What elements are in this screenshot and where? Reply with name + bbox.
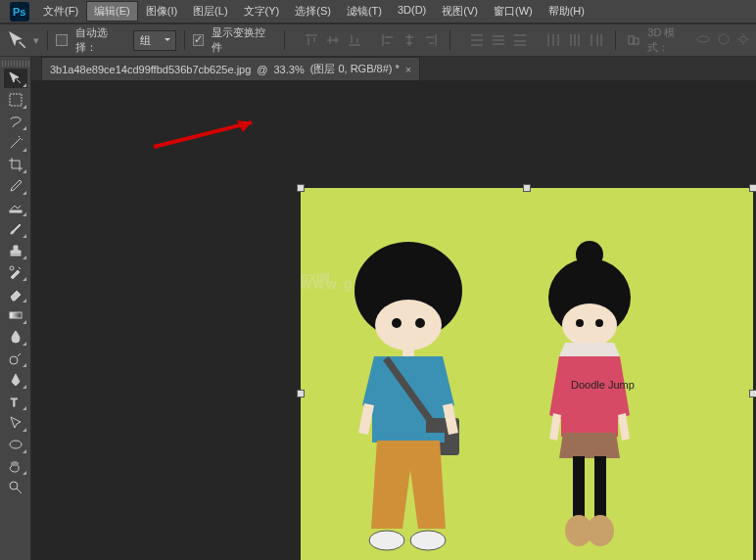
- show-transform-checkbox[interactable]: [193, 34, 204, 46]
- move-tool[interactable]: [4, 69, 27, 88]
- dist-bottom-icon[interactable]: [509, 29, 531, 51]
- dist-right-icon[interactable]: [586, 29, 607, 51]
- svg-point-26: [410, 531, 446, 550]
- orbit-icon[interactable]: [695, 32, 711, 48]
- move-tool-preset[interactable]: [6, 29, 29, 51]
- svg-rect-22: [402, 345, 414, 356]
- menu-3d[interactable]: 3D(D): [390, 1, 434, 22]
- distribute-group-1: [466, 29, 531, 51]
- dodge-tool[interactable]: [4, 349, 27, 368]
- svg-rect-33: [573, 456, 585, 519]
- svg-point-25: [369, 531, 404, 550]
- illustration-girl: Doodle Jump: [526, 237, 653, 560]
- svg-point-31: [595, 319, 603, 327]
- svg-point-19: [375, 300, 442, 350]
- menu-window[interactable]: 窗口(W): [486, 1, 541, 22]
- dist-left-icon[interactable]: [543, 29, 564, 51]
- 3d-mode-group: 3D 模式：: [647, 25, 750, 55]
- align-bottom-icon[interactable]: [344, 29, 365, 51]
- marquee-tool[interactable]: [4, 90, 27, 110]
- svg-rect-7: [10, 94, 22, 106]
- align-top-icon[interactable]: [301, 29, 322, 51]
- options-bar: ▾ 自动选择： 组 显示变换控件 3D 模式：: [0, 23, 756, 57]
- align-hcenter-icon[interactable]: [399, 29, 420, 51]
- svg-point-14: [10, 441, 22, 448]
- blur-tool[interactable]: [4, 327, 27, 347]
- svg-rect-9: [11, 255, 21, 256]
- svg-line-16: [154, 122, 252, 147]
- document-area: 3b1a48e89ce14cd99ffbd536b7cb625e.jpg @ 3…: [31, 57, 756, 560]
- tab-zoom: 33.3%: [274, 64, 305, 75]
- dist-hcenter-icon[interactable]: [564, 29, 586, 51]
- menu-filter[interactable]: 滤镜(T): [339, 1, 390, 22]
- align-right-icon[interactable]: [420, 29, 442, 51]
- menu-help[interactable]: 帮助(H): [541, 1, 592, 22]
- illustration-boy: [330, 237, 487, 560]
- light-icon[interactable]: [736, 32, 750, 48]
- menubar: Ps 文件(F) 编辑(E) 图像(I) 图层(L) 文字(Y) 选择(S) 滤…: [0, 0, 756, 23]
- menu-type[interactable]: 文字(Y): [236, 1, 288, 22]
- transform-handle-mr[interactable]: [749, 390, 756, 397]
- svg-point-5: [719, 34, 729, 44]
- svg-rect-11: [10, 312, 22, 318]
- transform-handle-tc[interactable]: [523, 184, 531, 192]
- brush-tool[interactable]: [4, 219, 27, 239]
- transform-handle-ml[interactable]: [297, 390, 305, 397]
- svg-point-29: [562, 303, 617, 347]
- show-transform-label: 显示变换控件: [212, 25, 272, 55]
- shape-tool[interactable]: [4, 435, 27, 454]
- svg-point-12: [10, 356, 18, 364]
- auto-select-dropdown[interactable]: 组: [133, 30, 176, 51]
- svg-marker-17: [237, 120, 252, 132]
- gradient-tool[interactable]: [4, 305, 27, 325]
- lasso-tool[interactable]: [4, 112, 27, 131]
- dist-vcenter-icon[interactable]: [488, 29, 509, 51]
- svg-point-4: [697, 36, 709, 42]
- hand-tool[interactable]: [4, 456, 27, 476]
- panel-grip[interactable]: [2, 61, 29, 67]
- transform-handle-tl[interactable]: [297, 184, 305, 192]
- pan-icon[interactable]: [717, 32, 731, 48]
- tab-close-icon[interactable]: ×: [405, 64, 411, 75]
- wand-tool[interactable]: [4, 133, 27, 153]
- document-tab[interactable]: 3b1a48e89ce14cd99ffbd536b7cb625e.jpg @ 3…: [41, 57, 420, 80]
- auto-align-icon[interactable]: [624, 29, 644, 51]
- align-vcenter-icon[interactable]: [322, 29, 344, 51]
- align-left-icon[interactable]: [377, 29, 399, 51]
- transform-handle-tr[interactable]: [749, 184, 756, 192]
- distribute-group-2: [543, 29, 607, 51]
- zoom-tool[interactable]: [4, 478, 27, 497]
- svg-point-20: [392, 318, 402, 328]
- path-select-tool[interactable]: [4, 413, 27, 433]
- eyedropper-tool[interactable]: [4, 176, 27, 196]
- svg-rect-3: [634, 38, 638, 44]
- dist-top-icon[interactable]: [466, 29, 488, 51]
- svg-rect-2: [629, 36, 634, 44]
- canvas-artboard[interactable]: GXI网 www.gxi.com: [301, 188, 753, 560]
- tab-filename: 3b1a48e89ce14cd99ffbd536b7cb625e.jpg: [50, 64, 251, 75]
- history-brush-tool[interactable]: [4, 262, 27, 282]
- auto-select-checkbox[interactable]: [56, 34, 67, 46]
- svg-point-36: [587, 515, 614, 546]
- auto-select-label: 自动选择：: [75, 25, 125, 55]
- app-logo: Ps: [10, 2, 29, 22]
- type-tool[interactable]: T: [4, 392, 27, 411]
- crop-tool[interactable]: [4, 155, 27, 174]
- svg-text:Ps: Ps: [13, 6, 25, 18]
- menu-edit[interactable]: 编辑(E): [86, 1, 138, 22]
- heal-tool[interactable]: [4, 198, 27, 217]
- eraser-tool[interactable]: [4, 284, 27, 303]
- menu-file[interactable]: 文件(F): [35, 1, 86, 22]
- stamp-tool[interactable]: [4, 241, 27, 260]
- canvas-area[interactable]: GXI网 www.gxi.com: [31, 80, 756, 560]
- workspace: T 3b1a48e89ce14cd99ffbd536b7cb625e.jpg @…: [0, 57, 756, 560]
- svg-point-21: [415, 318, 425, 328]
- pen-tool[interactable]: [4, 370, 27, 390]
- svg-point-10: [10, 266, 14, 270]
- menu-image[interactable]: 图像(I): [138, 1, 185, 22]
- tool-panel: T: [0, 57, 31, 560]
- menu-view[interactable]: 视图(V): [434, 1, 486, 22]
- svg-point-6: [740, 36, 746, 42]
- menu-select[interactable]: 选择(S): [287, 1, 339, 22]
- menu-layer[interactable]: 图层(L): [185, 1, 235, 22]
